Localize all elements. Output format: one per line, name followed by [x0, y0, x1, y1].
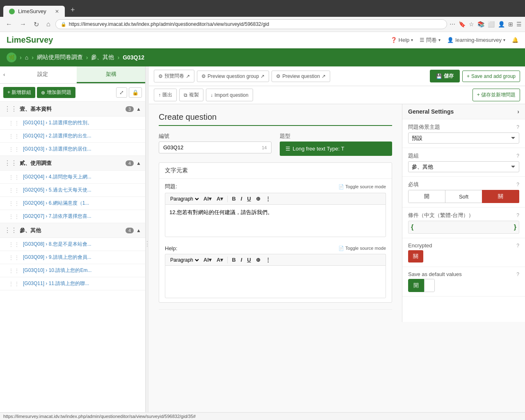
- preview-group-button[interactable]: ⚙ Preview question group ↗: [197, 71, 269, 82]
- help-icon: ❓: [390, 37, 397, 43]
- list-item[interactable]: ⋮⋮ [G01Q02] › 2.請選擇您的出生...: [0, 130, 145, 143]
- font-color-button[interactable]: A▾: [215, 195, 225, 203]
- save-default-off-button[interactable]: [424, 279, 435, 292]
- help-content[interactable]: [165, 265, 386, 298]
- tab-structure[interactable]: 架構: [77, 66, 145, 83]
- help-ai-button[interactable]: AI▾: [202, 256, 213, 264]
- mandatory-on-button[interactable]: 開: [408, 190, 445, 203]
- breadcrumb-group[interactable]: 參、其他: [91, 54, 114, 61]
- list-item[interactable]: ⋮⋮ [G01Q01] › 1.請選擇您的性別。: [0, 116, 145, 130]
- question-content[interactable]: 12.您若有對網站的任何建議，請告訴我們。: [165, 204, 386, 237]
- nav-back-button[interactable]: ←: [3, 20, 15, 29]
- list-item[interactable]: ⋮⋮ [G03Q10] › 10.請填上您的Em...: [0, 264, 145, 277]
- account-button[interactable]: 👤: [498, 21, 505, 27]
- help-more-button[interactable]: ⋮: [264, 256, 272, 264]
- underline-button[interactable]: U: [245, 195, 252, 203]
- toggle-source-button[interactable]: 📄 Toggle source mode: [338, 184, 386, 189]
- breadcrumb-home[interactable]: ⌂: [25, 54, 28, 61]
- theme-select[interactable]: 預設: [408, 132, 519, 144]
- italic-button[interactable]: I: [239, 195, 244, 203]
- encrypted-off-button[interactable]: 關: [408, 250, 423, 262]
- app-logo[interactable]: LimeSurvey: [7, 35, 53, 45]
- tab-close-icon[interactable]: ✕: [55, 9, 59, 14]
- reader-button[interactable]: ⬜: [488, 21, 495, 27]
- mandatory-soft-button[interactable]: Soft: [445, 190, 482, 203]
- list-item[interactable]: ⋮⋮ [G03Q11] › 11.請填上您的聯...: [0, 277, 145, 290]
- help-underline-button[interactable]: U: [245, 256, 252, 264]
- list-item[interactable]: ⋮⋮ [G02Q07] › 7.請依序選擇您喜...: [0, 210, 145, 223]
- help-paragraph-select[interactable]: Paragraph: [169, 257, 200, 263]
- toggle-source-help-button[interactable]: 📄 Toggle source mode: [338, 246, 386, 251]
- type-selector-button[interactable]: ☰ Long free text Type: T: [280, 142, 393, 156]
- bookmark-button[interactable]: 🔖: [459, 21, 466, 27]
- help-button[interactable]: ❓ Help ▾: [390, 37, 413, 43]
- nav-refresh-button[interactable]: ↻: [31, 20, 41, 29]
- group-select[interactable]: 參、其他: [408, 161, 519, 172]
- export-button[interactable]: ↑ 匯出: [154, 89, 177, 101]
- list-item[interactable]: ⋮⋮ [G02Q04] › 4.請問您每天上網...: [0, 171, 145, 184]
- list-item[interactable]: ⋮⋮ [G02Q06] › 6.網站滿意度（1...: [0, 197, 145, 210]
- group-help-icon[interactable]: ?: [516, 153, 519, 159]
- save-add-question-button[interactable]: + 儲存並新增問題: [472, 89, 520, 101]
- group-header-1[interactable]: ⋮⋮ 壹、基本資料 3 ▲: [0, 102, 145, 116]
- nav-home-button[interactable]: ⌂: [44, 20, 53, 29]
- add-group-button[interactable]: + 新增群組: [3, 87, 35, 98]
- mandatory-help-icon[interactable]: ?: [516, 182, 519, 187]
- help-font-color-button[interactable]: A▾: [215, 256, 225, 264]
- address-bar[interactable]: 🔒 https://limesurvey.imacat.idv.tw/index…: [55, 19, 447, 29]
- help-link-button[interactable]: ⊕: [254, 256, 262, 264]
- id-input[interactable]: G03Q12 14: [159, 142, 272, 153]
- copy-button[interactable]: ⧉ 複製: [179, 89, 203, 101]
- help-italic-button[interactable]: I: [239, 256, 244, 264]
- ai-button[interactable]: AI▾: [202, 195, 213, 203]
- sidebar-collapse-button[interactable]: ‹: [0, 66, 8, 83]
- help-bold-button[interactable]: B: [230, 256, 237, 264]
- group-collapse-3[interactable]: ▲: [136, 228, 141, 233]
- general-settings-header[interactable]: General Settings ›: [402, 104, 525, 119]
- survey-button[interactable]: ☰ 問卷 ▾: [420, 37, 441, 44]
- home-icon: ⌂: [25, 54, 28, 61]
- import-question-button[interactable]: ↓ Import question: [206, 89, 253, 101]
- list-item[interactable]: ⋮⋮ [G02Q05] › 5.過去七天每天使...: [0, 184, 145, 197]
- condition-input[interactable]: [413, 224, 514, 231]
- save-button[interactable]: 💾 儲存: [430, 70, 460, 82]
- menu-button[interactable]: ☰: [516, 21, 522, 27]
- library-button[interactable]: 📚: [477, 21, 484, 27]
- extensions-button[interactable]: ⊞: [508, 21, 513, 27]
- notification-button[interactable]: 🔔: [512, 37, 518, 43]
- group-header-3[interactable]: ⋮⋮ 參、其他 4 ▲: [0, 223, 145, 238]
- nav-forward-button[interactable]: →: [17, 20, 29, 29]
- more-options-button[interactable]: ⋯: [450, 21, 455, 27]
- breadcrumb-question: G03Q12: [123, 54, 144, 61]
- link-button[interactable]: ⊕: [254, 195, 262, 203]
- preview-question-button[interactable]: ⚙ Preview question ↗: [272, 71, 330, 82]
- user-button[interactable]: 👤 learning-limesurvey ▾: [447, 37, 505, 43]
- lock-icon-button[interactable]: 🔒: [129, 87, 142, 98]
- tab-settings[interactable]: 設定: [8, 66, 77, 83]
- more-button[interactable]: ⋮: [264, 195, 272, 203]
- breadcrumb: 🌿 › ⌂ › 網站使用問卷調查 › 參、其他 › G03Q12: [0, 48, 525, 66]
- paragraph-select[interactable]: Paragraph: [169, 196, 200, 202]
- save-default-on-button[interactable]: 開: [408, 279, 424, 292]
- group-collapse-1[interactable]: ▲: [136, 106, 141, 112]
- save-default-help-icon[interactable]: ?: [516, 272, 519, 277]
- add-question-button[interactable]: ⊕ 增加新問題: [37, 87, 75, 98]
- encrypted-help-icon[interactable]: ?: [516, 243, 519, 249]
- preview-survey-button[interactable]: ⚙ 預覽問卷 ↗: [154, 70, 194, 82]
- list-item[interactable]: ⋮⋮ [G01Q03] › 3.請選擇您的居住...: [0, 143, 145, 156]
- star-button[interactable]: ☆: [469, 21, 474, 27]
- list-item[interactable]: ⋮⋮ [G03Q09] › 9.請填上您的會員...: [0, 251, 145, 264]
- condition-help-icon[interactable]: ?: [516, 212, 519, 218]
- group-header-2[interactable]: ⋮⋮ 貳、使用調查 4 ▲: [0, 156, 145, 171]
- theme-help-icon[interactable]: ?: [516, 124, 519, 130]
- sidebar-resize-handle[interactable]: ⋮: [146, 66, 149, 420]
- group-collapse-2[interactable]: ▲: [136, 160, 141, 166]
- mandatory-off-button[interactable]: 關: [482, 190, 519, 203]
- list-item[interactable]: ⋮⋮ [G03Q08] › 8.您是不是本站會...: [0, 238, 145, 251]
- active-tab[interactable]: LimeSurvey ✕: [3, 6, 65, 17]
- bold-button[interactable]: B: [230, 195, 237, 203]
- breadcrumb-survey[interactable]: 網站使用問卷調查: [37, 54, 83, 61]
- new-tab-button[interactable]: +: [66, 3, 80, 17]
- save-add-group-button[interactable]: + Save and add group: [462, 71, 520, 82]
- expand-icon-button[interactable]: ⤢: [116, 87, 127, 98]
